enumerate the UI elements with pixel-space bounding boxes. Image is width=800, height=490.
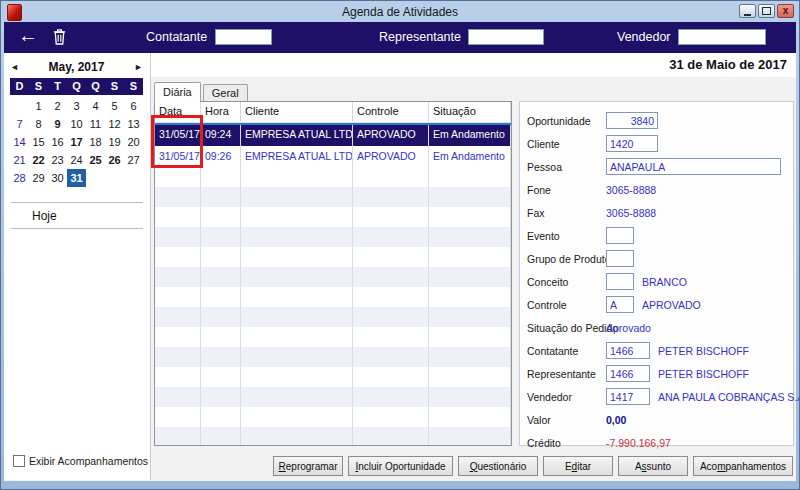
- calendar-day[interactable]: 13: [124, 115, 143, 133]
- calendar-day[interactable]: 9: [48, 115, 67, 133]
- editar-button[interactable]: Editar: [543, 456, 613, 476]
- calendar-day[interactable]: 7: [10, 115, 29, 133]
- calendar-day[interactable]: 8: [29, 115, 48, 133]
- table-cell: [353, 207, 429, 227]
- today-button[interactable]: Hoje: [32, 209, 57, 223]
- calendar-day[interactable]: 31: [67, 169, 86, 187]
- tab-diária[interactable]: Diária: [154, 82, 201, 102]
- calendar-day[interactable]: 16: [48, 133, 67, 151]
- calendar-day[interactable]: 3: [67, 97, 86, 115]
- maximize-button[interactable]: [758, 4, 775, 18]
- calendar-day[interactable]: 10: [67, 115, 86, 133]
- calendar-day[interactable]: 5: [105, 97, 124, 115]
- controle-input[interactable]: [606, 296, 634, 313]
- main-area: 31 de Maio de 2017 DiáriaGeral DataHoraC…: [151, 53, 796, 480]
- acompanhamentos-button[interactable]: Acompanhamentos: [693, 456, 793, 476]
- minimize-button[interactable]: [739, 4, 756, 18]
- column-header[interactable]: Situação: [429, 102, 511, 122]
- column-header[interactable]: Controle: [353, 102, 429, 122]
- detail-value: 3065-8888: [606, 184, 656, 196]
- divider: [11, 202, 143, 203]
- incluir-oportunidade-button[interactable]: Incluir Oportunidade: [348, 456, 453, 476]
- calendar-day-headers: DSTQQSS: [10, 78, 143, 95]
- column-header[interactable]: Hora: [201, 102, 241, 122]
- calendar-day[interactable]: 30: [48, 169, 67, 187]
- detail-control: [606, 135, 658, 152]
- calendar-day[interactable]: 20: [124, 133, 143, 151]
- vendedor-input[interactable]: [678, 29, 766, 45]
- calendar-day[interactable]: 24: [67, 151, 86, 169]
- show-followups-label: Exibir Acompanhamentos: [29, 455, 148, 467]
- calendar-day[interactable]: 4: [86, 97, 105, 115]
- grupo-de-produtos-input[interactable]: [606, 250, 634, 267]
- calendar-day[interactable]: 11: [86, 115, 105, 133]
- table-row[interactable]: 31/05/1709:26EMPRESA ATUAL LTDAAPROVADOE…: [155, 146, 511, 167]
- table-cell: [429, 247, 511, 267]
- pessoa-input[interactable]: [606, 158, 781, 175]
- column-header[interactable]: Data: [155, 102, 201, 122]
- oportunidade-input[interactable]: [606, 112, 658, 129]
- calendar-day[interactable]: 17: [67, 133, 86, 151]
- calendar-day[interactable]: 6: [124, 97, 143, 115]
- calendar-day[interactable]: 28: [10, 169, 29, 187]
- table-cell: [155, 207, 201, 227]
- calendar-day[interactable]: 18: [86, 133, 105, 151]
- close-button[interactable]: x: [777, 4, 794, 18]
- calendar-day[interactable]: 2: [48, 97, 67, 115]
- maximize-icon: [762, 7, 771, 15]
- detail-value: PETER BISCHOFF: [658, 368, 749, 380]
- table-cell: [429, 227, 511, 247]
- representante-input[interactable]: [468, 29, 544, 45]
- calendar-day[interactable]: 23: [48, 151, 67, 169]
- calendar-day[interactable]: 27: [124, 151, 143, 169]
- calendar-day[interactable]: 25: [86, 151, 105, 169]
- show-followups-row: Exibir Acompanhamentos: [13, 455, 148, 467]
- detail-row: Valor0,00: [520, 408, 793, 431]
- calendar-day[interactable]: 29: [29, 169, 48, 187]
- table-cell: [241, 367, 353, 387]
- evento-input[interactable]: [606, 227, 634, 244]
- prev-month-icon[interactable]: ◄: [10, 62, 24, 72]
- detail-row: Cliente: [520, 132, 793, 155]
- calendar-day[interactable]: 21: [10, 151, 29, 169]
- table-cell: 31/05/17: [155, 146, 201, 167]
- back-arrow-icon[interactable]: ←: [18, 24, 38, 47]
- assunto-button[interactable]: Assunto: [618, 456, 688, 476]
- reprogramar-button[interactable]: Reprogramar: [273, 456, 343, 476]
- next-month-icon[interactable]: ►: [129, 62, 143, 72]
- representante-input[interactable]: [606, 365, 650, 382]
- detail-row: ControleAPROVADO: [520, 293, 793, 316]
- table-empty-row: [155, 307, 511, 327]
- calendar-day[interactable]: 19: [105, 133, 124, 151]
- calendar-day[interactable]: 14: [10, 133, 29, 151]
- calendar-day[interactable]: 15: [29, 133, 48, 151]
- detail-value: 3065-8888: [606, 207, 656, 219]
- table-row[interactable]: 31/05/1709:24EMPRESA ATUAL LTDAAPROVADOE…: [155, 123, 511, 146]
- show-followups-checkbox[interactable]: [13, 455, 25, 467]
- tab-geral[interactable]: Geral: [203, 84, 248, 101]
- contatante-input[interactable]: [215, 29, 272, 45]
- minimize-icon: [744, 14, 751, 16]
- cliente-input[interactable]: [606, 135, 658, 152]
- vendedor-input[interactable]: [606, 388, 650, 405]
- table-cell: APROVADO: [353, 146, 429, 167]
- calendar-day[interactable]: 1: [29, 97, 48, 115]
- calendar-grid: 1234567891011121314151617181920212223242…: [10, 97, 143, 187]
- calendar-day[interactable]: 26: [105, 151, 124, 169]
- questionário-button[interactable]: Questionário: [458, 456, 538, 476]
- table-cell: [353, 307, 429, 327]
- calendar-day[interactable]: 22: [29, 151, 48, 169]
- activities-table: DataHoraClienteControleSituação31/05/170…: [154, 101, 512, 446]
- detail-row: ContatantePETER BISCHOFF: [520, 339, 793, 362]
- calendar-day[interactable]: 12: [105, 115, 124, 133]
- table-cell: [429, 267, 511, 287]
- detail-label: Vendedor: [527, 391, 572, 403]
- detail-row: Pessoa: [520, 155, 793, 178]
- contatante-input[interactable]: [606, 342, 650, 359]
- table-cell: [241, 327, 353, 347]
- table-cell: Em Andamento: [429, 125, 511, 146]
- trash-icon[interactable]: [52, 28, 67, 49]
- calendar-day: [10, 97, 29, 115]
- conceito-input[interactable]: [606, 273, 634, 290]
- column-header[interactable]: Cliente: [241, 102, 353, 122]
